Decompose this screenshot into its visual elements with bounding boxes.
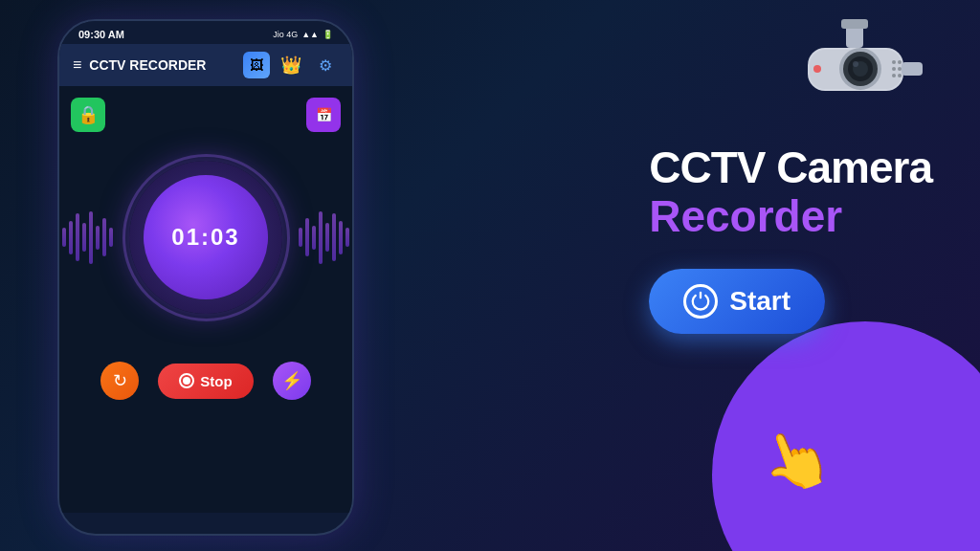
lock-icon: 🔒 bbox=[78, 104, 99, 125]
stop-button[interactable]: Stop bbox=[158, 364, 253, 399]
battery-icon: 🔋 bbox=[323, 30, 333, 39]
svg-point-10 bbox=[898, 60, 902, 64]
headline-block: CCTV Camera Recorder bbox=[649, 143, 932, 240]
screen-content: 🔒 📅 bbox=[59, 86, 352, 513]
stop-dot bbox=[183, 377, 190, 385]
gear-icon: ⚙ bbox=[319, 56, 332, 75]
start-label: Start bbox=[729, 286, 791, 317]
bottom-controls: ↻ Stop ⚡ bbox=[100, 362, 310, 400]
svg-point-8 bbox=[853, 61, 858, 67]
status-icons: Jio 4G ▲▲ 🔋 bbox=[273, 30, 333, 39]
sound-wave-right bbox=[299, 211, 349, 264]
crown-icon: 👑 bbox=[280, 55, 301, 76]
bg-decoration bbox=[712, 321, 980, 551]
stop-icon bbox=[179, 373, 194, 388]
timer-area: 01:03 bbox=[129, 161, 282, 314]
svg-rect-1 bbox=[841, 19, 868, 29]
app-bar: ≡ CCTV RECORDER 🖼 👑 ⚙ bbox=[59, 44, 352, 86]
svg-point-11 bbox=[892, 67, 896, 71]
power-icon bbox=[683, 284, 718, 319]
timer-ring bbox=[122, 154, 290, 321]
timer-circle-outer: 01:03 bbox=[129, 161, 282, 314]
camera-image bbox=[789, 14, 942, 123]
refresh-button[interactable]: ↻ bbox=[100, 362, 139, 400]
hamburger-icon[interactable]: ≡ bbox=[73, 56, 81, 74]
crown-button[interactable]: 👑 bbox=[278, 52, 304, 78]
gallery-icon: 🖼 bbox=[250, 57, 263, 73]
signal-icon: ▲▲ bbox=[301, 30, 319, 39]
svg-point-15 bbox=[813, 65, 821, 73]
carrier-label: Jio 4G bbox=[273, 30, 298, 39]
lock-button[interactable]: 🔒 bbox=[71, 98, 105, 132]
stop-label: Stop bbox=[200, 373, 232, 389]
svg-point-9 bbox=[892, 60, 896, 64]
status-bar: 09:30 AM Jio 4G ▲▲ 🔋 bbox=[59, 21, 352, 44]
start-button[interactable]: Start bbox=[649, 269, 825, 334]
svg-point-13 bbox=[892, 74, 896, 77]
schedule-button[interactable]: 📅 bbox=[306, 98, 341, 132]
schedule-icon: 📅 bbox=[316, 107, 332, 122]
settings-button[interactable]: ⚙ bbox=[312, 52, 339, 78]
refresh-icon: ↻ bbox=[113, 370, 127, 391]
headline-line2: Recorder bbox=[649, 192, 932, 241]
gallery-button[interactable]: 🖼 bbox=[243, 52, 270, 78]
top-buttons-row: 🔒 📅 bbox=[71, 98, 341, 132]
app-title: CCTV RECORDER bbox=[89, 57, 235, 73]
phone-mockup: 09:30 AM Jio 4G ▲▲ 🔋 ≡ CCTV RECORDER 🖼 👑… bbox=[57, 19, 354, 536]
app-bar-actions: 🖼 👑 ⚙ bbox=[243, 52, 339, 78]
lightning-button[interactable]: ⚡ bbox=[273, 362, 311, 400]
svg-point-12 bbox=[898, 67, 902, 71]
status-time: 09:30 AM bbox=[78, 29, 124, 40]
lightning-icon: ⚡ bbox=[281, 370, 302, 391]
headline-line1: CCTV Camera bbox=[649, 143, 932, 192]
sound-wave-left bbox=[62, 211, 113, 264]
phone-screen: 09:30 AM Jio 4G ▲▲ 🔋 ≡ CCTV RECORDER 🖼 👑… bbox=[57, 19, 354, 536]
svg-point-14 bbox=[898, 74, 902, 77]
svg-rect-16 bbox=[902, 62, 923, 76]
